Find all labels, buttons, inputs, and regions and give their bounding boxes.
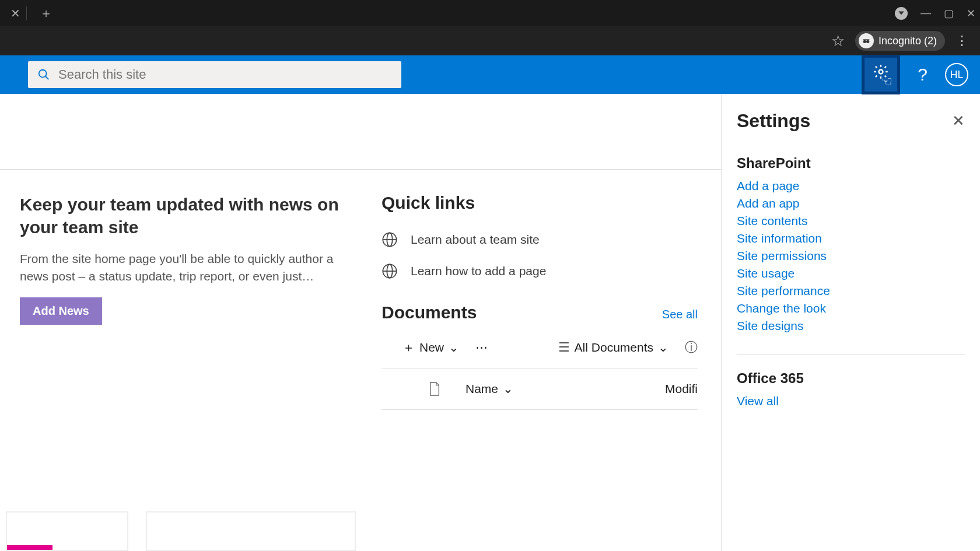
globe-icon	[382, 231, 398, 248]
info-button[interactable]: ⓘ	[685, 339, 698, 356]
file-icon	[428, 381, 441, 396]
svg-point-5	[879, 70, 883, 74]
header-space	[0, 94, 721, 170]
quick-link-label: Learn how to add a page	[411, 264, 546, 278]
chevron-down-icon: ⌄	[449, 341, 459, 355]
main-area: Keep your team updated with news on your…	[0, 94, 980, 551]
chevron-down-icon: ⌄	[658, 341, 668, 355]
card-tile[interactable]	[6, 511, 128, 551]
window-controls: ― ▢ ✕	[895, 7, 975, 20]
tab-area: ✕ ＋	[5, 5, 58, 22]
search-box[interactable]	[28, 61, 401, 88]
svg-line-4	[46, 76, 49, 80]
bottom-card-row	[0, 511, 362, 551]
settings-link[interactable]: Site usage	[737, 265, 965, 282]
quick-links-title: Quick links	[382, 193, 698, 213]
incognito-badge[interactable]: Incognito (2)	[855, 31, 945, 51]
settings-link[interactable]: Site performance	[737, 282, 965, 300]
add-news-button[interactable]: Add News	[20, 297, 102, 325]
settings-link[interactable]: Site contents	[737, 212, 965, 230]
column-name[interactable]: Name ⌄	[466, 382, 640, 396]
help-button[interactable]: ?	[912, 65, 933, 85]
search-icon	[37, 68, 50, 81]
quick-link-label: Learn about a team site	[411, 233, 540, 247]
card-tile[interactable]	[146, 511, 356, 551]
browser-toolbar: ☆ Incognito (2) ⋮	[0, 26, 980, 55]
settings-link[interactable]: Add an app	[737, 195, 965, 212]
maximize-icon[interactable]: ▢	[944, 7, 954, 20]
close-window-icon[interactable]: ✕	[967, 7, 975, 20]
browser-tab-bar: ✕ ＋ ― ▢ ✕	[0, 0, 980, 26]
settings-header: Settings ✕	[737, 110, 965, 132]
quick-link-item[interactable]: Learn how to add a page	[382, 263, 698, 279]
office365-heading: Office 365	[737, 370, 965, 387]
column-modified[interactable]: Modifi	[665, 382, 698, 396]
ellipsis-icon: ⋯	[475, 341, 488, 355]
suite-bar: ☜ ? HL	[0, 55, 980, 94]
tab-close-icon[interactable]: ✕	[5, 6, 27, 20]
right-column: Quick links Learn about a team site Lear…	[382, 193, 698, 410]
quick-link-item[interactable]: Learn about a team site	[382, 231, 698, 248]
chevron-down-icon: ⌄	[503, 382, 513, 396]
minimize-icon[interactable]: ―	[921, 7, 931, 19]
incognito-icon	[859, 33, 874, 48]
svg-point-2	[866, 40, 869, 43]
svg-point-3	[39, 70, 47, 78]
documents-toolbar: ＋ New ⌄ ⋯ ☰ All Documents ⌄ ⓘ	[382, 334, 698, 368]
info-icon: ⓘ	[685, 339, 698, 356]
more-actions-button[interactable]: ⋯	[475, 341, 488, 355]
view-label: All Documents	[575, 341, 653, 355]
see-all-link[interactable]: See all	[662, 308, 698, 321]
settings-link[interactable]: View all	[737, 392, 965, 410]
news-title: Keep your team updated with news on your…	[20, 193, 346, 238]
sharepoint-heading: SharePoint	[737, 155, 965, 171]
settings-gear-button[interactable]: ☜	[862, 55, 900, 94]
plus-icon: ＋	[402, 339, 415, 356]
view-selector[interactable]: ☰ All Documents ⌄	[558, 340, 668, 355]
documents-header: Documents See all	[382, 303, 698, 322]
divider	[737, 355, 965, 355]
incognito-label: Incognito (2)	[878, 35, 937, 47]
globe-icon	[382, 263, 398, 279]
settings-link[interactable]: Site information	[737, 230, 965, 247]
svg-point-1	[863, 40, 866, 43]
page-content: Keep your team updated with news on your…	[0, 94, 721, 551]
settings-link[interactable]: Add a page	[737, 177, 965, 195]
user-avatar[interactable]: HL	[945, 63, 968, 86]
news-description: From the site home page you'll be able t…	[20, 250, 346, 286]
settings-link[interactable]: Site permissions	[737, 247, 965, 265]
settings-link[interactable]: Site designs	[737, 317, 965, 335]
settings-title: Settings	[737, 110, 810, 132]
new-tab-button[interactable]: ＋	[34, 5, 58, 22]
list-icon: ☰	[558, 340, 570, 355]
documents-title: Documents	[382, 303, 477, 322]
search-input[interactable]	[58, 67, 392, 82]
close-panel-button[interactable]: ✕	[952, 112, 965, 130]
settings-link[interactable]: Change the look	[737, 300, 965, 317]
bookmark-star-icon[interactable]: ☆	[831, 32, 845, 50]
settings-panel: Settings ✕ SharePoint Add a page Add an …	[721, 94, 980, 551]
browser-menu-icon[interactable]: ⋮	[956, 33, 968, 48]
svg-marker-0	[898, 11, 904, 15]
news-section: Keep your team updated with news on your…	[20, 193, 346, 410]
new-button[interactable]: ＋ New ⌄	[402, 339, 459, 356]
documents-column-headers: Name ⌄ Modifi	[382, 368, 698, 410]
new-label: New	[419, 341, 444, 355]
profile-indicator-icon[interactable]	[895, 7, 908, 20]
cursor-icon: ☜	[881, 74, 892, 89]
